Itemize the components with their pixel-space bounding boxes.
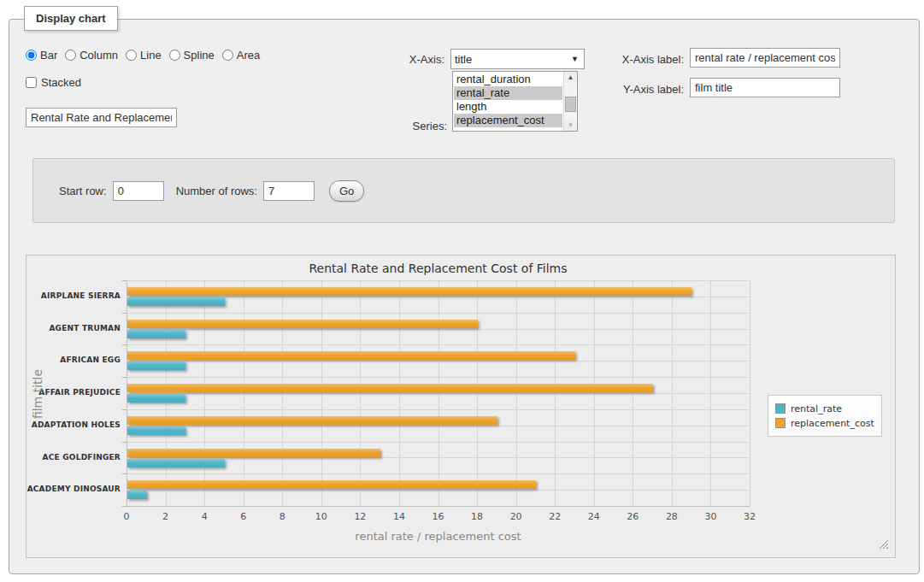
stacked-row: Stacked <box>26 76 81 89</box>
category-label: AGENT TRUMAN <box>26 313 121 345</box>
category-label: AIRPLANE SIERRA <box>26 280 121 313</box>
category-label: ACADEMY DINOSAUR <box>26 473 121 506</box>
gridline-h <box>127 393 750 394</box>
gridline-h <box>127 361 750 362</box>
series-option[interactable]: rental_rate <box>454 86 562 100</box>
series-option[interactable]: rental_duration <box>454 73 562 86</box>
x-tick-label: 2 <box>162 511 168 522</box>
chart-bar <box>127 330 185 338</box>
gridline-h <box>127 329 750 330</box>
chart-type-radio-spline[interactable] <box>169 50 180 61</box>
chart-type-radio-line[interactable] <box>126 50 137 61</box>
x-axis-title: rental rate / replacement cost <box>127 530 750 543</box>
x-axis-label-label: X-Axis label: <box>598 53 684 66</box>
gridline-h <box>127 490 750 491</box>
legend-item[interactable]: rental_rate <box>775 402 874 415</box>
category-label: ACE GOLDFINGER <box>26 442 121 474</box>
series-option-list: rental_durationrental_ratelengthreplacem… <box>454 73 562 130</box>
chart-type-radio-group: Bar Column Line Spline Area <box>26 49 268 62</box>
x-tick-label: 0 <box>124 511 130 522</box>
legend-item[interactable]: replacement_cost <box>775 416 874 430</box>
chart-type-label-line[interactable]: Line <box>140 49 162 62</box>
gridline-v <box>750 280 750 506</box>
x-tick-label: 4 <box>202 511 208 522</box>
x-axis-select[interactable]: title <box>450 49 585 69</box>
x-tick-label: 14 <box>393 511 405 522</box>
gridline-h <box>127 442 750 443</box>
x-tick-label: 20 <box>510 511 522 522</box>
chart-type-label-column[interactable]: Column <box>79 49 118 62</box>
chart-title: Rental Rate and Replacement Cost of Film… <box>127 262 750 275</box>
chart-legend: rental_ratereplacement_cost <box>768 395 882 437</box>
chart-bar <box>127 320 478 328</box>
chart: Rental Rate and Replacement Cost of Film… <box>26 255 896 558</box>
chart-type-label-area[interactable]: Area <box>237 49 260 62</box>
scroll-down-icon[interactable]: ▼ <box>564 120 577 131</box>
scroll-thumb[interactable] <box>565 97 576 112</box>
y-tick <box>122 344 127 345</box>
y-axis-label-input[interactable] <box>690 78 840 97</box>
gridline-h <box>127 426 750 426</box>
y-tick <box>122 280 127 281</box>
x-tick-label: 10 <box>315 511 327 522</box>
go-button[interactable]: Go <box>329 180 364 202</box>
gridline-h <box>127 313 750 314</box>
chart-bar <box>127 416 497 425</box>
series-option[interactable]: length <box>454 100 562 114</box>
x-tick-label: 8 <box>280 511 285 522</box>
legend-swatch-icon <box>775 403 786 414</box>
x-axis-select-wrap: title ▼ <box>450 49 585 69</box>
chart-type-radio-column[interactable] <box>65 50 76 61</box>
chart-bar <box>127 426 185 435</box>
x-tick-label: 26 <box>627 511 639 522</box>
scroll-up-icon[interactable]: ▲ <box>564 72 577 83</box>
series-listbox[interactable]: rental_durationrental_ratelengthreplacem… <box>452 71 578 132</box>
chart-type-radio-bar[interactable] <box>26 50 37 61</box>
resize-handle-icon[interactable] <box>879 539 888 549</box>
y-tick <box>122 313 127 314</box>
y-tick <box>122 377 127 378</box>
chart-type-label-spline[interactable]: Spline <box>184 49 215 62</box>
chart-bar <box>127 449 380 457</box>
series-scrollbar[interactable]: ▲ ▼ <box>563 72 577 131</box>
x-tick-label: 16 <box>433 511 444 522</box>
chart-bar <box>127 287 692 296</box>
chart-title-input[interactable] <box>26 108 177 127</box>
gridline-h <box>127 473 750 474</box>
series-label: Series: <box>359 120 447 132</box>
legend-label: rental_rate <box>791 403 842 414</box>
x-tick-label: 32 <box>744 511 756 522</box>
y-axis-title: film title <box>31 351 44 437</box>
num-rows-input[interactable] <box>263 181 315 201</box>
panel-legend: Display chart <box>24 6 118 31</box>
gridline-h <box>127 506 750 507</box>
x-tick-label: 6 <box>240 511 246 522</box>
chart-bar <box>127 491 147 499</box>
chart-bar <box>127 297 225 306</box>
gridline-h <box>127 409 750 410</box>
chart-type-radio-area[interactable] <box>222 50 233 61</box>
start-row-input[interactable] <box>113 181 164 201</box>
x-tick-label: 18 <box>471 511 483 522</box>
chart-bar <box>127 480 536 489</box>
y-axis-label-label: Y-Axis label: <box>598 83 684 96</box>
chart-bar <box>127 459 225 467</box>
x-tick-label: 30 <box>704 511 716 522</box>
page: Display chart Bar Column Line Spline Are… <box>0 0 924 582</box>
legend-label: replacement_cost <box>791 418 874 429</box>
x-tick-label: 24 <box>588 511 600 522</box>
gridline-h <box>127 280 750 281</box>
chart-bar <box>127 394 185 403</box>
y-tick <box>122 442 127 443</box>
gridline-h <box>127 344 750 345</box>
x-tick-label: 12 <box>354 511 366 522</box>
stacked-label[interactable]: Stacked <box>41 76 81 89</box>
stacked-checkbox[interactable] <box>26 77 37 88</box>
chart-bar <box>127 384 653 392</box>
chart-bar <box>127 362 185 370</box>
chart-bar <box>127 351 575 360</box>
num-rows-label: Number of rows: <box>176 185 257 197</box>
series-option[interactable]: replacement_cost <box>454 114 562 127</box>
chart-type-label-bar[interactable]: Bar <box>40 49 57 62</box>
x-axis-label-input[interactable] <box>690 48 840 68</box>
